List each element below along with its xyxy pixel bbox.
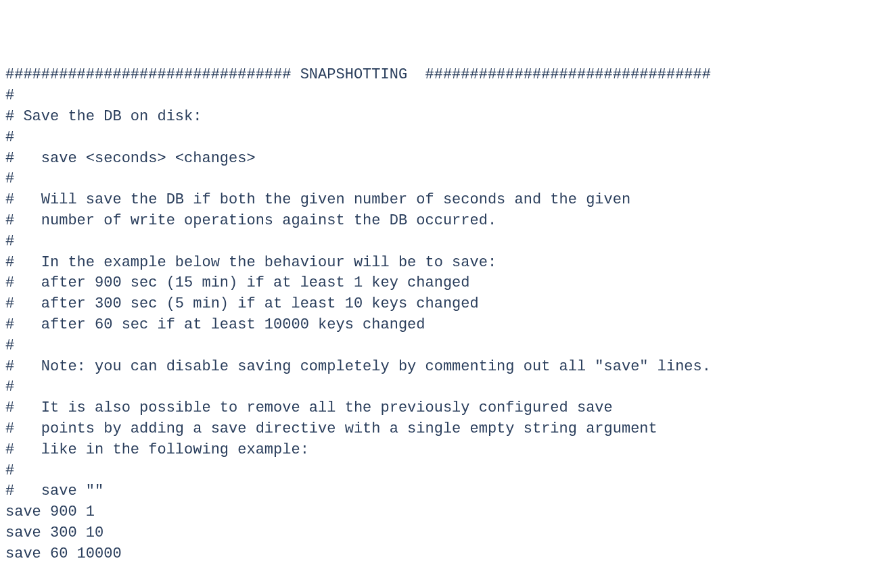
config-line: # bbox=[5, 86, 873, 107]
config-line: # bbox=[5, 377, 873, 398]
config-line: # like in the following example: bbox=[5, 440, 873, 461]
config-line: # Will save the DB if both the given num… bbox=[5, 190, 873, 211]
config-line: ################################ SNAPSHO… bbox=[5, 65, 873, 86]
config-file-content: ################################ SNAPSHO… bbox=[5, 65, 873, 564]
config-line: # Note: you can disable saving completel… bbox=[5, 357, 873, 378]
config-line: # number of write operations against the… bbox=[5, 211, 873, 232]
config-line: save 300 10 bbox=[5, 523, 873, 544]
config-line: # In the example below the behaviour wil… bbox=[5, 253, 873, 274]
config-line: # bbox=[5, 128, 873, 149]
config-line: # bbox=[5, 169, 873, 190]
config-line: # bbox=[5, 336, 873, 357]
config-line: # bbox=[5, 232, 873, 253]
config-line: # Save the DB on disk: bbox=[5, 107, 873, 128]
config-line: # save "" bbox=[5, 481, 873, 502]
config-line: # points by adding a save directive with… bbox=[5, 419, 873, 440]
config-line: save 900 1 bbox=[5, 502, 873, 523]
config-line: save 60 10000 bbox=[5, 544, 873, 565]
config-line: # It is also possible to remove all the … bbox=[5, 398, 873, 419]
config-line: # after 900 sec (15 min) if at least 1 k… bbox=[5, 273, 873, 294]
config-line: # save <seconds> <changes> bbox=[5, 149, 873, 170]
config-line: # after 60 sec if at least 10000 keys ch… bbox=[5, 315, 873, 336]
config-line: # after 300 sec (5 min) if at least 10 k… bbox=[5, 294, 873, 315]
config-line: # bbox=[5, 461, 873, 482]
